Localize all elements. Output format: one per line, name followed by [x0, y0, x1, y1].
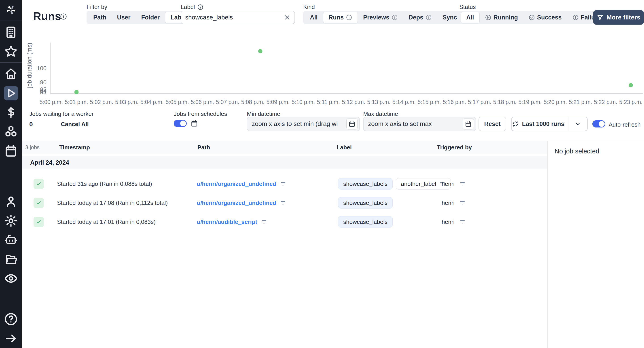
- runs-count-dropdown-button[interactable]: [568, 117, 587, 130]
- arrow-right-icon: [4, 331, 18, 346]
- reset-button[interactable]: Reset: [478, 117, 506, 131]
- date-group-header: April 24, 2024: [22, 156, 548, 169]
- label-filter-label: Label: [181, 4, 204, 10]
- run-data-point[interactable]: [258, 49, 262, 54]
- x-axis-tick-label: 5:20 p.m.: [544, 99, 567, 105]
- more-filters-button[interactable]: More filters: [593, 10, 644, 24]
- path-link[interactable]: u/henri/organized_undefined: [197, 180, 276, 187]
- label-pill[interactable]: showcase_labels: [338, 197, 393, 208]
- run-data-point[interactable]: [74, 90, 78, 94]
- funnel-icon: [597, 14, 604, 21]
- sidebar-item-favorites[interactable]: [4, 44, 18, 58]
- cancel-all-button[interactable]: Cancel All: [61, 121, 89, 128]
- info-icon[interactable]: [392, 14, 398, 20]
- filter-lines-icon[interactable]: [280, 200, 286, 206]
- info-icon[interactable]: [346, 14, 352, 20]
- kind-option-previews[interactable]: Previews: [358, 12, 403, 23]
- clear-label-icon[interactable]: [284, 14, 290, 21]
- sidebar-item-workspace[interactable]: [4, 25, 18, 39]
- sidebar-item-user[interactable]: [4, 194, 18, 209]
- col-label: Label: [336, 144, 352, 151]
- min-datetime-input[interactable]: zoom x axis to set min (drag wi: [247, 117, 360, 131]
- min-datetime-calendar-button[interactable]: [346, 118, 358, 130]
- y-axis-tick-label: 90: [28, 79, 46, 86]
- path-link[interactable]: u/henri/organized_undefined: [197, 199, 276, 206]
- min-datetime-label: Min datetime: [247, 110, 280, 118]
- timestamp-cell: Started today at 17:01 (Ran in 0,083s): [57, 218, 156, 225]
- filter-lines-icon[interactable]: [459, 200, 466, 206]
- sidebar-item-folders[interactable]: [4, 252, 18, 266]
- label-filter-input-wrap: [181, 11, 295, 24]
- success-check-icon: [34, 179, 44, 189]
- auto-refresh-toggle[interactable]: [592, 120, 605, 128]
- sidebar-item-resources[interactable]: [4, 124, 18, 139]
- table-row[interactable]: Started today at 17:08 (Ran in 0,112s to…: [22, 193, 548, 212]
- filter-lines-icon[interactable]: [261, 218, 268, 225]
- x-axis-tick-label: 5:17 p.m.: [468, 99, 491, 105]
- auto-refresh-label: Auto-refresh: [609, 121, 641, 128]
- sidebar-item-audit-logs[interactable]: [4, 271, 18, 286]
- schedules-calendar-button[interactable]: [189, 118, 200, 128]
- run-data-point[interactable]: [629, 83, 633, 87]
- filter-by-option-folder[interactable]: Folder: [136, 12, 165, 23]
- status-option-success[interactable]: Success: [523, 12, 567, 23]
- x-axis-tick-label: 5:03 p.m.: [115, 99, 138, 105]
- sidebar-item-settings[interactable]: [4, 214, 18, 228]
- jobs-from-schedules-toggle[interactable]: [174, 120, 187, 127]
- x-axis-tick-label: 5:07 p.m.: [216, 99, 239, 105]
- label-filter-input[interactable]: [185, 14, 284, 21]
- jobs-waiting-label: Jobs waiting for a worker: [29, 110, 94, 118]
- kind-option-runs[interactable]: Runs: [323, 12, 358, 23]
- sidebar-item-workspace-logo[interactable]: [4, 3, 18, 17]
- filter-lines-icon[interactable]: [459, 180, 466, 187]
- info-icon[interactable]: [426, 14, 432, 20]
- max-datetime-calendar-button[interactable]: [463, 118, 474, 130]
- sidebar-item-home[interactable]: [4, 67, 18, 81]
- kind-segmented: AllRunsPreviewsDepsSync: [303, 11, 472, 24]
- info-icon[interactable]: [60, 13, 67, 20]
- filter-lines-icon[interactable]: [459, 218, 466, 225]
- path-link[interactable]: u/henri/audible_script: [197, 218, 257, 225]
- sidebar-item-variables[interactable]: [4, 105, 18, 120]
- sidebar-item-expand-sidebar[interactable]: [4, 331, 18, 346]
- x-axis-tick-label: 5:14 p.m.: [392, 99, 416, 105]
- x-axis-tick-label: 5:19 p.m.: [518, 99, 542, 105]
- triggered-by-cell: henri: [442, 199, 466, 206]
- x-axis-tick-label: 5:18 p.m.: [493, 99, 516, 105]
- timestamp-cell: Started 31s ago (Ran in 0,088s total): [57, 180, 152, 187]
- x-axis-tick-label: 5:23 p.m.: [619, 99, 642, 105]
- info-icon[interactable]: [197, 4, 204, 10]
- status-option-all[interactable]: All: [461, 12, 480, 23]
- gear-icon: [4, 214, 18, 228]
- filter-by-option-path[interactable]: Path: [88, 12, 112, 23]
- last-runs-button[interactable]: Last 1000 runs: [512, 120, 565, 128]
- status-segmented: AllRunningSuccessFailure: [459, 11, 607, 24]
- eye-icon: [4, 271, 18, 286]
- runs-page: Runs Filter by PathUserFolderLabel Label…: [0, 0, 644, 348]
- col-timestamp: Timestamp: [59, 144, 90, 151]
- max-datetime-input[interactable]: zoom x axis to set max: [363, 117, 476, 131]
- label-pill[interactable]: showcase_labels: [338, 216, 393, 228]
- filter-by-label: Filter by: [86, 4, 107, 10]
- status-option-running[interactable]: Running: [480, 12, 523, 23]
- label-pill[interactable]: showcase_labels: [338, 178, 393, 190]
- x-axis-tick-label: 5:00 p.m.: [40, 99, 63, 105]
- x-axis-tick-label: 5:01 p.m.: [65, 99, 88, 105]
- jobs-from-schedules-label: Jobs from schedules: [174, 110, 227, 118]
- chart-x-axis[interactable]: [50, 93, 643, 94]
- filter-by-option-user[interactable]: User: [112, 12, 136, 23]
- sidebar-item-runs[interactable]: [4, 86, 18, 100]
- table-row[interactable]: Started today at 17:01 (Ran in 0,083s)u/…: [22, 212, 548, 231]
- sidebar-item-help[interactable]: [4, 312, 18, 326]
- kind-option-deps[interactable]: Deps: [403, 12, 437, 23]
- sidebar-item-schedules[interactable]: [4, 144, 18, 158]
- table-row[interactable]: Started 31s ago (Ran in 0,088s total)u/h…: [22, 174, 548, 193]
- dollar-icon: [4, 105, 18, 120]
- refresh-icon: [512, 120, 519, 127]
- windmill-logo-icon: [6, 5, 16, 15]
- jobs-waiting-count: 0: [29, 121, 33, 128]
- y-axis-tick-label: 100: [28, 65, 46, 72]
- sidebar-item-workers[interactable]: [4, 233, 18, 247]
- kind-option-all[interactable]: All: [304, 12, 323, 23]
- filter-lines-icon[interactable]: [280, 180, 286, 187]
